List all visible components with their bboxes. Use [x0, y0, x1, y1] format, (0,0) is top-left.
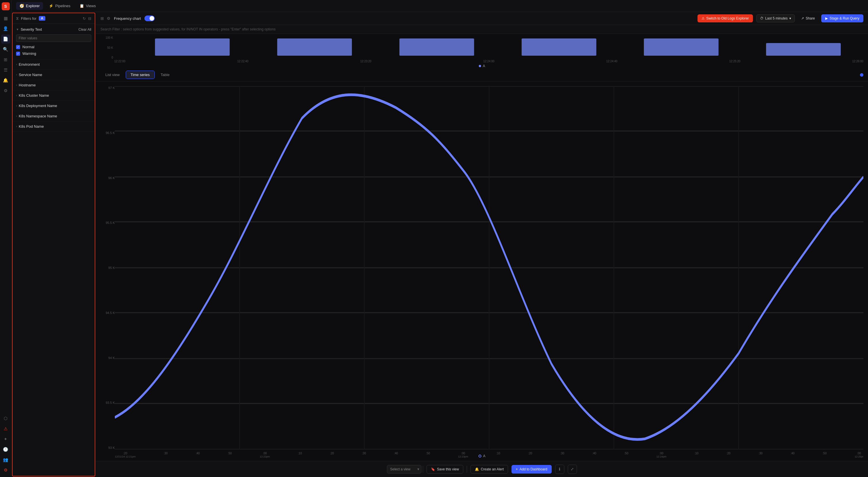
- svg-rect-0: [155, 38, 229, 56]
- filter-badge: A: [39, 16, 45, 21]
- filter-section-k8s-cluster[interactable]: › K8s Cluster Name: [12, 90, 95, 101]
- clock-icon: ⏱: [760, 17, 764, 20]
- collapse-icon[interactable]: ⊟: [88, 17, 91, 21]
- freq-chart-area: 100 K 50 K 0 12:2: [96, 34, 868, 68]
- expand-icon[interactable]: [860, 73, 863, 76]
- icon-rail: S ▦ 👤 📄 🔍 ⊞ ☰ 🔔 ⚙ ⬡ ⚠ ✦ 🕐 👥 ⚙: [0, 0, 11, 477]
- share-button[interactable]: ↗ Share: [798, 14, 818, 22]
- chevron-right-icon: ›: [16, 84, 17, 87]
- chevron-right-icon: ›: [16, 73, 17, 76]
- views-icon: 📋: [80, 4, 84, 8]
- filter-item-warning[interactable]: ✓ Warning: [16, 50, 91, 57]
- bottom-separator: [423, 466, 423, 473]
- filter-section-severity: ▼ Severity Text Clear All ✓ Normal ✓ War…: [12, 24, 95, 59]
- chart-y-axis: 97 K 96.5 K 96 K 95.5 K 95 K 94.5 K 94 K…: [100, 86, 115, 449]
- frequency-toggle[interactable]: [144, 15, 155, 21]
- filter-icon: ⧖: [16, 16, 19, 21]
- rail-icon-settings-bottom[interactable]: ⚙: [1, 466, 10, 475]
- clear-all-button[interactable]: Clear All: [79, 28, 91, 32]
- time-range-button[interactable]: ⏱ Last 5 minutes ▾: [756, 14, 795, 22]
- lightning-icon: ⚡: [49, 4, 53, 8]
- chart-legend-dot-a: [478, 455, 482, 457]
- filter-section-k8s-deployment[interactable]: › K8s Deployment Name: [12, 101, 95, 111]
- filter-header-icons: ↻ ⊟: [83, 17, 91, 21]
- expand-button[interactable]: ⤢: [568, 465, 577, 474]
- rail-icon-logs[interactable]: 📄: [1, 34, 10, 44]
- select-view-wrapper: Select a view ▾: [387, 465, 420, 474]
- severity-filter-search[interactable]: [16, 34, 91, 42]
- freq-chart-svg: [114, 36, 861, 59]
- filters-label: Filters for: [21, 17, 36, 21]
- chevron-right-icon: ›: [16, 104, 17, 107]
- bottom-bar: Select a view ▾ 🔖 Save this view 🔔 Creat…: [96, 461, 868, 477]
- rail-icon-bar-chart[interactable]: ▦: [1, 14, 10, 23]
- stage-run-button[interactable]: ▶ Stage & Run Query: [821, 14, 863, 22]
- nav-tab-views[interactable]: 📋 Views: [76, 2, 99, 10]
- rail-icon-user[interactable]: 👤: [1, 24, 10, 33]
- normal-checkbox[interactable]: ✓: [16, 45, 20, 49]
- rail-icon-profile[interactable]: 👥: [1, 455, 10, 465]
- legend-dot-a: [479, 65, 481, 67]
- svg-rect-3: [522, 38, 596, 56]
- svg-rect-2: [399, 38, 474, 56]
- content-area: ⧖ Filters for A ↻ ⊟ ▼ Severity Text Clea…: [11, 12, 868, 477]
- switch-old-logs-button[interactable]: ⚠ Switch to Old Logs Explorer: [698, 14, 753, 22]
- layout-icon[interactable]: ⊞: [100, 16, 104, 21]
- main-toolbar: ⊞ ⚙ Frequency chart ⚠ Switch to Old Logs…: [96, 12, 868, 25]
- view-tabs: List view Time series Table: [96, 68, 868, 82]
- share-icon: ↗: [801, 17, 804, 20]
- settings-icon[interactable]: ⚙: [107, 16, 111, 21]
- rail-icon-grid[interactable]: ⊞: [1, 55, 10, 64]
- tab-time-series[interactable]: Time series: [126, 71, 155, 79]
- severity-title: ▼ Severity Text: [16, 27, 42, 32]
- svg-rect-1: [277, 38, 352, 56]
- sidebar-filters: ⧖ Filters for A ↻ ⊟ ▼ Severity Text Clea…: [12, 12, 95, 476]
- filter-section-k8s-pod[interactable]: › K8s Pod Name: [12, 121, 95, 132]
- warning-checkbox[interactable]: ✓: [16, 52, 20, 56]
- toolbar-icons: ⊞ ⚙: [100, 16, 111, 21]
- nav-tab-explorer[interactable]: 🧭 Explorer: [16, 2, 43, 10]
- create-alert-button[interactable]: 🔔 Create an Alert: [470, 465, 508, 474]
- rail-icon-alert-triangle[interactable]: ⚠: [1, 424, 10, 433]
- tab-list-view[interactable]: List view: [100, 71, 125, 79]
- top-nav: 🧭 Explorer ⚡ Pipelines 📋 Views: [11, 0, 868, 12]
- rail-icon-settings-gear[interactable]: ⚙: [1, 86, 10, 95]
- filter-item-normal[interactable]: ✓ Normal: [16, 44, 91, 50]
- chevron-down-icon: ▼: [16, 28, 19, 31]
- chevron-right-icon: ›: [16, 125, 17, 128]
- select-view-dropdown[interactable]: Select a view: [387, 465, 422, 474]
- chart-legend: A: [478, 454, 485, 458]
- add-dashboard-button[interactable]: + Add to Dashboard: [512, 465, 552, 474]
- rail-icon-bell[interactable]: 🔔: [1, 76, 10, 85]
- rail-icon-search[interactable]: 🔍: [1, 45, 10, 54]
- filter-section-k8s-namespace[interactable]: › K8s Namespace Name: [12, 111, 95, 121]
- freq-y-100k: 100 K: [100, 36, 113, 39]
- search-filter-bar[interactable]: Search Filter : select options from sugg…: [96, 25, 868, 34]
- filter-section-hostname[interactable]: › Hostname: [12, 80, 95, 90]
- svg-rect-4: [644, 38, 718, 56]
- filter-section-service-name[interactable]: › Service Name: [12, 70, 95, 80]
- save-view-button[interactable]: 🔖 Save this view: [427, 465, 463, 474]
- info-button[interactable]: ℹ: [555, 465, 564, 474]
- chart-x-labels: :20 12/21/24 12:21pm :30 :40 :50 :00 12:…: [115, 451, 863, 461]
- filters-header: ⧖ Filters for A ↻ ⊟: [12, 13, 95, 24]
- bookmark-icon: 🔖: [431, 467, 435, 471]
- bottom-separator-2: [467, 466, 467, 473]
- rail-icon-sparkle[interactable]: ✦: [1, 435, 10, 444]
- play-icon: ▶: [825, 17, 828, 20]
- rail-icon-integrations[interactable]: ⬡: [1, 414, 10, 423]
- refresh-icon[interactable]: ↻: [83, 17, 86, 21]
- tab-table[interactable]: Table: [156, 71, 175, 79]
- freq-x-labels: 12:22:00 12:22:40 12:23:20 12:24:00 12:2…: [100, 60, 863, 63]
- main-wrapper: 🧭 Explorer ⚡ Pipelines 📋 Views ⧖ Filters…: [11, 0, 868, 477]
- severity-section-header[interactable]: ▼ Severity Text Clear All: [16, 26, 91, 33]
- freq-y-50k: 50 K: [100, 46, 113, 50]
- nav-tab-pipelines[interactable]: ⚡ Pipelines: [45, 2, 74, 10]
- main-panel: ⊞ ⚙ Frequency chart ⚠ Switch to Old Logs…: [96, 12, 868, 477]
- filter-section-environment[interactable]: › Environment: [12, 59, 95, 70]
- warning-circle-icon: ⚠: [702, 17, 705, 20]
- chevron-down-icon: ▾: [789, 17, 791, 20]
- app-logo[interactable]: S: [2, 2, 10, 10]
- rail-icon-history[interactable]: 🕐: [1, 445, 10, 454]
- rail-icon-list[interactable]: ☰: [1, 65, 10, 75]
